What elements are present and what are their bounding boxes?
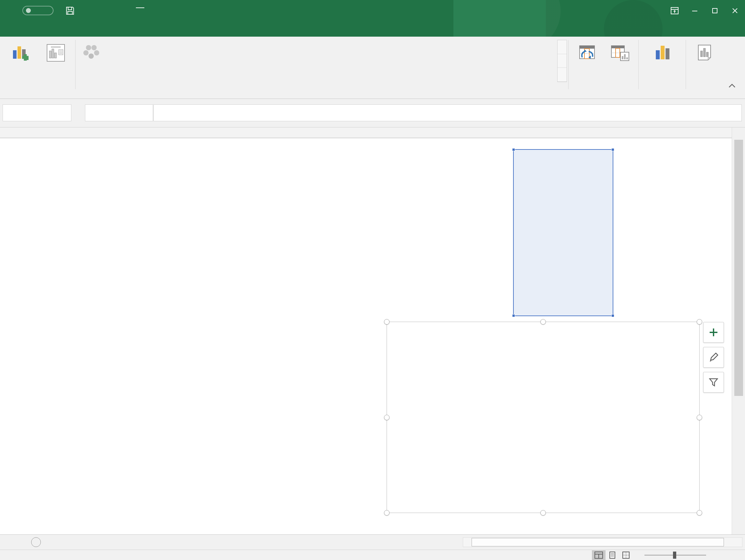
vertical-scroll-thumb[interactable] [734, 140, 743, 396]
chart-handle-bottom-left[interactable] [384, 510, 390, 516]
chart-handle-mid-right[interactable] [697, 415, 702, 420]
chart-styles-gallery [99, 39, 567, 85]
autosave-toggle[interactable] [22, 6, 54, 15]
add-chart-element-icon [12, 41, 29, 62]
select-data-icon [611, 41, 629, 62]
close-button[interactable] [725, 0, 745, 21]
chart-styles-button[interactable] [703, 347, 724, 368]
horizontal-scrollbar[interactable] [463, 537, 742, 547]
chart-handle-bottom-right[interactable] [697, 510, 702, 516]
chart-handle-mid-left[interactable] [384, 415, 390, 420]
gallery-more-icon[interactable] [557, 68, 566, 82]
zoom-slider[interactable] [644, 555, 706, 556]
change-colors-icon [82, 41, 100, 62]
gallery-scroll-controls [557, 40, 567, 82]
chart-handle-top-right[interactable] [697, 319, 702, 325]
change-chart-type-icon [654, 41, 671, 62]
view-normal-button[interactable] [592, 550, 606, 560]
customize-qat-icon[interactable] [136, 7, 144, 14]
ribbon [0, 37, 745, 99]
gallery-down-icon[interactable] [557, 54, 566, 68]
title-bar [0, 0, 745, 21]
ribbon-tab-bar [0, 21, 745, 37]
status-bar [0, 550, 745, 560]
autosave-toggle-knob [26, 8, 31, 13]
switch-row-column-button[interactable] [570, 39, 603, 91]
redo-dropdown-icon[interactable] [122, 4, 131, 18]
chart-handle-bottom-mid[interactable] [540, 510, 546, 516]
redo-button[interactable] [107, 4, 122, 18]
app-header [0, 0, 745, 37]
chart-filters-button[interactable] [703, 372, 724, 393]
add-chart-element-button[interactable] [3, 39, 37, 91]
formula-bar-row [0, 99, 745, 127]
selected-range-highlight[interactable] [513, 149, 613, 316]
ribbon-display-options-icon[interactable] [665, 0, 685, 21]
sheet-nav-right-icon[interactable] [14, 535, 29, 550]
move-chart-button[interactable] [688, 39, 721, 91]
quick-layout-icon [46, 41, 65, 62]
maximize-button[interactable] [705, 0, 725, 21]
quick-layout-button[interactable] [38, 39, 73, 91]
quick-access-toolbar [18, 0, 144, 21]
zoom-slider-handle[interactable] [673, 552, 676, 559]
chart-elements-button[interactable] [703, 322, 724, 343]
save-icon[interactable] [63, 4, 77, 18]
chart-handle-top-mid[interactable] [540, 319, 546, 325]
sheet-nav-left-icon[interactable] [0, 535, 14, 550]
select-data-button[interactable] [604, 39, 636, 91]
collapse-ribbon-icon[interactable] [728, 82, 736, 90]
column-headers [0, 127, 732, 138]
formula-input[interactable] [153, 104, 742, 121]
scroll-up-icon[interactable] [732, 127, 745, 138]
name-box[interactable] [3, 104, 71, 121]
window-title [210, 0, 535, 21]
minimize-button[interactable] [685, 0, 705, 21]
undo-dropdown-icon[interactable] [96, 4, 105, 18]
switch-row-column-icon [578, 41, 596, 62]
sheet-tab-bar [0, 534, 745, 550]
vertical-scrollbar[interactable] [732, 127, 745, 534]
gallery-up-icon[interactable] [557, 40, 566, 54]
embedded-chart[interactable] [387, 322, 700, 513]
view-page-layout-button[interactable] [606, 550, 619, 560]
chart-handle-top-left[interactable] [384, 319, 390, 325]
undo-button[interactable] [82, 4, 96, 18]
horizontal-scroll-thumb[interactable] [472, 538, 724, 547]
plus-icon [31, 537, 41, 547]
change-chart-type-button[interactable] [641, 39, 684, 91]
scroll-down-icon[interactable] [732, 523, 745, 534]
view-page-break-button[interactable] [619, 550, 633, 560]
new-sheet-button[interactable] [29, 535, 43, 550]
move-chart-icon [696, 41, 713, 62]
